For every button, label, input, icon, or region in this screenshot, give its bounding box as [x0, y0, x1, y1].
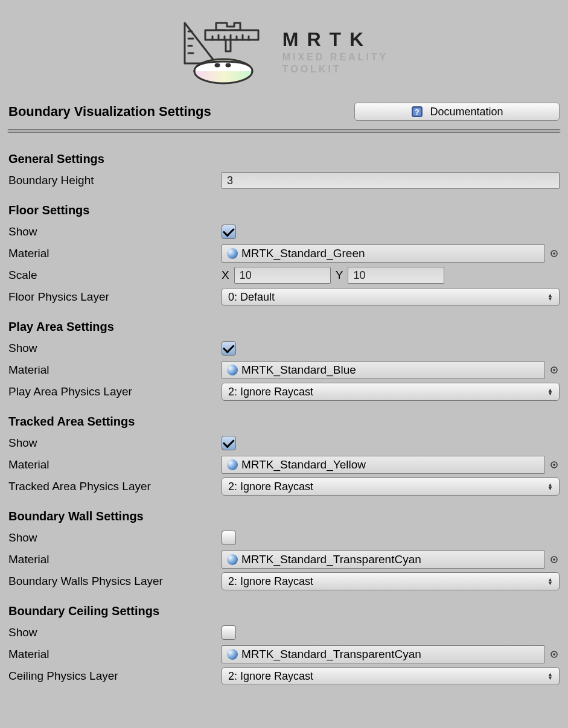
- floor-physics-value: 0: Default: [228, 291, 275, 304]
- object-picker-icon[interactable]: [549, 459, 560, 470]
- floor-scale-label: Scale: [8, 269, 217, 282]
- play-area-material-label: Material: [8, 363, 217, 377]
- divider: [7, 129, 561, 133]
- tracked-area-physics-dropdown[interactable]: 2: Ignore Raycast ▲▼: [222, 477, 560, 496]
- boundary-ceiling-material-value: MRTK_Standard_TransparentCyan: [241, 648, 421, 661]
- svg-point-23: [553, 464, 555, 466]
- boundary-wall-physics-value: 2: Ignore Raycast: [228, 575, 313, 588]
- svg-point-13: [215, 64, 219, 66]
- svg-point-21: [553, 369, 555, 371]
- boundary-ceiling-material-label: Material: [8, 648, 217, 661]
- floor-show-checkbox[interactable]: [222, 225, 236, 239]
- floor-material-field[interactable]: MRTK_Standard_Green: [222, 244, 545, 263]
- tracked-area-physics-value: 2: Ignore Raycast: [228, 481, 313, 493]
- floor-scale-y-label: Y: [336, 269, 343, 282]
- tracked-area-material-field[interactable]: MRTK_Standard_Yellow: [222, 456, 545, 474]
- tracked-area-physics-label: Tracked Area Physics Layer: [8, 480, 217, 493]
- play-area-material-value: MRTK_Standard_Blue: [241, 363, 356, 377]
- object-picker-icon[interactable]: [549, 649, 560, 660]
- material-sphere-icon: [227, 459, 238, 470]
- material-sphere-icon: [227, 248, 238, 259]
- play-area-heading: Play Area Settings: [8, 320, 560, 334]
- play-area-show-label: Show: [8, 342, 217, 355]
- general-heading: General Settings: [8, 152, 560, 166]
- play-area-physics-label: Play Area Physics Layer: [8, 385, 217, 398]
- object-picker-icon[interactable]: [549, 248, 560, 259]
- tracked-area-heading: Tracked Area Settings: [8, 415, 560, 429]
- boundary-wall-show-label: Show: [8, 531, 217, 544]
- boundary-ceiling-show-checkbox[interactable]: [222, 625, 236, 640]
- boundary-wall-physics-dropdown[interactable]: 2: Ignore Raycast ▲▼: [222, 572, 560, 590]
- dropdown-arrows-icon: ▲▼: [547, 483, 553, 490]
- floor-heading: Floor Settings: [8, 203, 560, 217]
- floor-scale-x-label: X: [222, 269, 229, 282]
- boundary-ceiling-heading: Boundary Ceiling Settings: [8, 604, 560, 618]
- boundary-wall-physics-label: Boundary Walls Physics Layer: [8, 575, 217, 588]
- documentation-button[interactable]: ? Documentation: [354, 103, 560, 121]
- svg-point-14: [226, 64, 230, 66]
- help-book-icon: ?: [410, 105, 424, 118]
- boundary-height-input[interactable]: [222, 172, 560, 189]
- logo-title: MRTK: [282, 28, 389, 51]
- floor-physics-dropdown[interactable]: 0: Default ▲▼: [222, 288, 560, 306]
- tracked-area-show-label: Show: [8, 436, 217, 450]
- boundary-wall-heading: Boundary Wall Settings: [8, 509, 560, 523]
- material-sphere-icon: [227, 649, 238, 660]
- mrtk-logo-text: MRTK MIXED REALITY TOOLKIT: [282, 28, 389, 75]
- dropdown-arrows-icon: ▲▼: [547, 672, 553, 680]
- floor-material-label: Material: [8, 247, 217, 260]
- boundary-height-label: Boundary Height: [8, 174, 217, 187]
- play-area-material-field[interactable]: MRTK_Standard_Blue: [222, 361, 545, 379]
- dropdown-arrows-icon: ▲▼: [547, 578, 553, 585]
- boundary-ceiling-material-field[interactable]: MRTK_Standard_TransparentCyan: [222, 645, 545, 663]
- boundary-ceiling-physics-label: Ceiling Physics Layer: [8, 669, 217, 683]
- svg-text:?: ?: [415, 108, 420, 117]
- svg-point-19: [553, 252, 555, 255]
- boundary-ceiling-physics-value: 2: Ignore Raycast: [228, 670, 313, 683]
- svg-point-25: [553, 558, 555, 561]
- logo-subtitle-1: MIXED REALITY: [282, 52, 389, 63]
- logo-subtitle-2: TOOLKIT: [282, 64, 389, 75]
- object-picker-icon[interactable]: [549, 365, 560, 375]
- mrtk-logo-icon: [180, 18, 264, 85]
- play-area-physics-dropdown[interactable]: 2: Ignore Raycast ▲▼: [222, 383, 560, 401]
- boundary-ceiling-show-label: Show: [8, 626, 217, 639]
- material-sphere-icon: [227, 554, 238, 565]
- boundary-wall-material-label: Material: [8, 553, 217, 566]
- floor-material-value: MRTK_Standard_Green: [241, 247, 365, 260]
- page-title: Boundary Visualization Settings: [8, 104, 211, 120]
- dropdown-arrows-icon: ▲▼: [547, 388, 553, 395]
- floor-show-label: Show: [8, 225, 217, 238]
- floor-physics-label: Floor Physics Layer: [8, 290, 217, 304]
- documentation-label: Documentation: [430, 106, 503, 118]
- material-sphere-icon: [227, 365, 238, 375]
- floor-scale-x-input[interactable]: [234, 267, 331, 284]
- boundary-ceiling-physics-dropdown[interactable]: 2: Ignore Raycast ▲▼: [222, 667, 560, 685]
- play-area-show-checkbox[interactable]: [222, 341, 236, 356]
- floor-scale-y-input[interactable]: [348, 267, 444, 284]
- play-area-physics-value: 2: Ignore Raycast: [228, 386, 313, 398]
- object-picker-icon[interactable]: [549, 554, 560, 565]
- tracked-area-material-label: Material: [8, 458, 217, 471]
- boundary-wall-material-field[interactable]: MRTK_Standard_TransparentCyan: [222, 551, 545, 569]
- tracked-area-show-checkbox[interactable]: [222, 436, 236, 450]
- mrtk-logo-header: MRTK MIXED REALITY TOOLKIT: [0, 0, 568, 97]
- svg-point-27: [553, 653, 555, 656]
- tracked-area-material-value: MRTK_Standard_Yellow: [241, 458, 366, 471]
- boundary-wall-show-checkbox[interactable]: [222, 531, 236, 545]
- boundary-wall-material-value: MRTK_Standard_TransparentCyan: [241, 553, 421, 566]
- dropdown-arrows-icon: ▲▼: [547, 293, 553, 301]
